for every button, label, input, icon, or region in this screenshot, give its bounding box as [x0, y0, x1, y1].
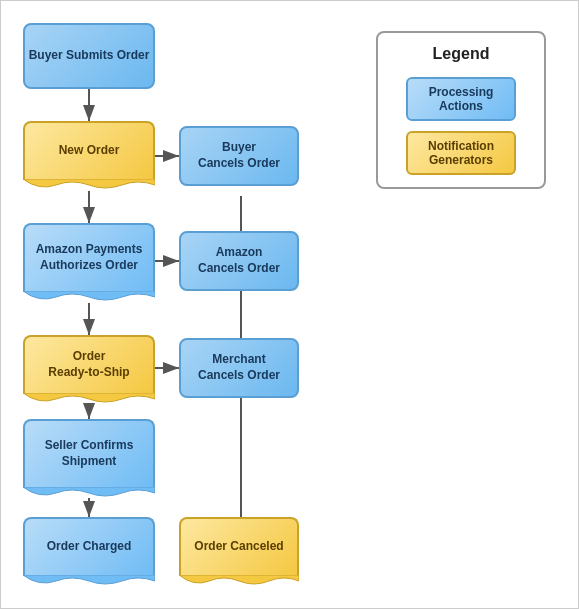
legend-processing-label: ProcessingActions — [406, 77, 516, 121]
seller-confirms-node: Seller ConfirmsShipment — [23, 419, 155, 499]
legend-box: Legend ProcessingActions NotificationGen… — [376, 31, 546, 189]
amazon-cancels-node: AmazonCancels Order — [179, 231, 299, 291]
buyer-submits-order-node: Buyer Submits Order — [23, 23, 155, 89]
order-ready-node: OrderReady-to-Ship — [23, 335, 155, 405]
legend-notification-item: NotificationGenerators — [394, 131, 528, 175]
amazon-payments-node: Amazon PaymentsAuthorizes Order — [23, 223, 155, 303]
order-canceled-node: Order Canceled — [179, 517, 299, 587]
legend-title: Legend — [394, 45, 528, 63]
legend-notification-label: NotificationGenerators — [406, 131, 516, 175]
new-order-node: New Order — [23, 121, 155, 191]
buyer-cancels-node: BuyerCancels Order — [179, 126, 299, 186]
order-charged-node: Order Charged — [23, 517, 155, 587]
legend-processing-item: ProcessingActions — [394, 77, 528, 121]
merchant-cancels-node: MerchantCancels Order — [179, 338, 299, 398]
diagram-container: Buyer Submits Order New Order Amazon Pay… — [0, 0, 579, 609]
